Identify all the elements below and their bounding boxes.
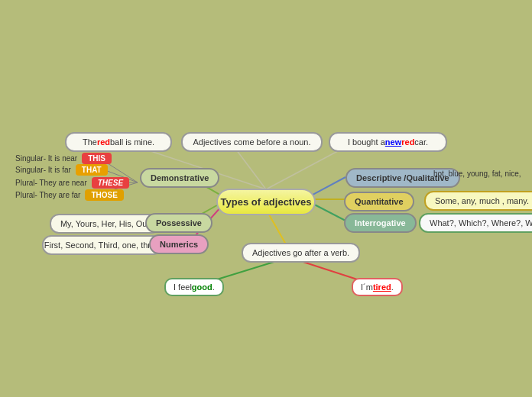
interrogative-node: Interrogative: [344, 213, 417, 233]
that-tag: THAT: [76, 164, 108, 176]
center-node: Types of adjectives: [216, 189, 316, 215]
quantitative-examples: Some, any, much , many. none.: [424, 191, 532, 211]
numerics-examples: First, Second, Third, one, three: [42, 235, 162, 255]
possessive-examples: My, Yours, Her, His, Our: [50, 214, 161, 234]
singular-far-label: Singular- It is far THAT: [15, 164, 108, 176]
after-verb-box: Adjectives go after a verb.: [242, 243, 360, 263]
plural-near-label: Plural- They are near THESE: [15, 177, 129, 189]
these-tag: THESE: [92, 177, 129, 189]
numerics-node: Numerics: [149, 234, 209, 254]
singular-near-label: Singular- It is near THIS: [15, 153, 112, 164]
plural-far-label: Plural- They are far THOSE: [15, 189, 124, 201]
descriptive-examples: hot, blue, young, fat, nice,: [433, 169, 521, 178]
demonstrative-node: Demonstrative: [140, 168, 219, 188]
possessive-node: Possessive: [145, 213, 212, 233]
feel-good-box: I feel good.: [164, 278, 224, 296]
bought-car-box: I bought a new red car.: [329, 132, 447, 152]
this-tag: THIS: [82, 153, 112, 164]
im-tired-box: I´m tired.: [352, 278, 403, 296]
red-ball-box: The red ball is mine.: [65, 132, 172, 152]
those-tag: THOSE: [85, 189, 123, 201]
before-noun-box: Adjectives come before a noun.: [181, 132, 323, 152]
interrogative-examples: What?, Which?, Where?, Who?, How?: [419, 213, 532, 233]
quantitative-node: Quantitative: [344, 192, 414, 211]
